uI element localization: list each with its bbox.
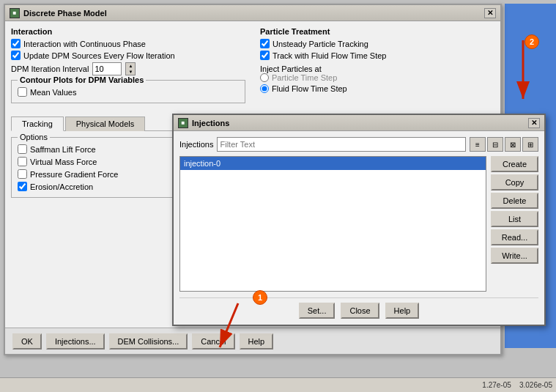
interaction-checkbox1[interactable] <box>11 39 21 48</box>
status-value1: 1.27e-05 <box>482 381 511 389</box>
particle-treatment-label: Particle Treatment <box>260 27 494 36</box>
injections-dialog: ■ Injections ✕ Injections ≡ ⊟ ⊠ ⊞ inject… <box>172 114 546 326</box>
create-button[interactable]: Create <box>491 156 538 172</box>
injections-titlebar: ■ Injections ✕ <box>174 115 544 131</box>
status-right: 1.27e-05 3.026e-05 <box>482 381 552 389</box>
dpm-titlebar: ■ Discrete Phase Model ✕ <box>5 5 500 21</box>
mean-values-label: Mean Values <box>30 88 76 97</box>
interaction-checkbox2[interactable] <box>11 51 21 60</box>
inj-titlebar-left: ■ Injections <box>178 118 229 128</box>
fluid-timestep-radio[interactable] <box>260 84 269 93</box>
interval-row: DPM Iteration Interval ▲ ▼ <box>11 62 245 75</box>
interaction-checkbox2-row: Update DPM Sources Every Flow Iteration <box>11 51 245 60</box>
track-fluid-checkbox[interactable] <box>260 51 270 60</box>
spinner-down[interactable]: ▼ <box>126 69 135 75</box>
filter-row: Injections ≡ ⊟ ⊠ ⊞ <box>179 137 538 152</box>
mean-values-checkbox[interactable] <box>18 87 27 97</box>
read-button[interactable]: Read... <box>491 229 538 245</box>
track-fluid-row: Track with Fluid Flow Time Step <box>260 51 494 60</box>
interaction-checkbox1-label: Interaction with Continuous Phase <box>23 40 146 48</box>
fluid-timestep-label: Fluid Flow Time Step <box>272 84 347 93</box>
interaction-checkbox2-label: Update DPM Sources Every Flow Iteration <box>23 51 175 60</box>
options-legend: Options <box>18 133 50 141</box>
unsteady-tracking-checkbox[interactable] <box>260 39 270 48</box>
interaction-section: Interaction Interaction with Continuous … <box>11 27 245 111</box>
filter-input[interactable] <box>217 137 466 152</box>
pressure-gradient-checkbox[interactable] <box>18 169 27 179</box>
list-button[interactable]: List <box>491 211 538 227</box>
filter-icons: ≡ ⊟ ⊠ ⊞ <box>470 137 538 152</box>
pressure-gradient-label: Pressure Gradient Force <box>30 170 118 179</box>
virtual-mass-label: Virtual Mass Force <box>30 158 97 166</box>
tab-physical-models[interactable]: Physical Models <box>65 117 145 131</box>
injections-side-buttons: Create Copy Delete List Read... Write... <box>491 156 538 292</box>
interval-spinner[interactable]: ▲ ▼ <box>125 62 136 75</box>
injections-title: Injections <box>192 119 229 127</box>
dem-collisions-button[interactable]: DEM Collisions... <box>109 333 188 350</box>
erosion-checkbox[interactable] <box>18 182 27 191</box>
saffman-checkbox[interactable] <box>18 144 27 154</box>
track-fluid-label: Track with Fluid Flow Time Step <box>273 51 386 60</box>
contour-section: Contour Plots for DPM Variables Mean Val… <box>11 80 245 103</box>
saffman-label: Saffman Lift Force <box>30 145 96 154</box>
dpm-window-title: Discrete Phase Model <box>23 9 107 18</box>
inj-window-icon: ■ <box>178 118 188 128</box>
titlebar-left: ■ Discrete Phase Model <box>10 8 107 18</box>
close-button[interactable]: Close <box>341 303 379 319</box>
particle-timestep-radio[interactable] <box>260 73 269 82</box>
copy-button[interactable]: Copy <box>491 174 538 191</box>
injections-button[interactable]: Injections... <box>46 333 105 350</box>
delete-button[interactable]: Delete <box>491 193 538 209</box>
injection-item-0[interactable]: injection-0 <box>180 157 486 170</box>
unsteady-tracking-label: Unsteady Particle Tracking <box>273 40 368 48</box>
top-sections: Interaction Interaction with Continuous … <box>11 27 494 111</box>
dpm-window-icon: ■ <box>10 8 20 18</box>
particle-timestep-row: Particle Time Step <box>260 73 494 82</box>
injections-content: Injections ≡ ⊟ ⊠ ⊞ injection-0 Create Co… <box>174 131 544 325</box>
filter-label: Injections <box>179 140 213 149</box>
injections-bottom-buttons: Set... Close Help <box>179 297 538 319</box>
fluid-flow-timestep-row: Fluid Flow Time Step <box>260 84 494 93</box>
inj-help-button[interactable]: Help <box>385 303 420 319</box>
cancel-button[interactable]: Cancel <box>192 333 234 350</box>
filter-icon-3[interactable]: ⊠ <box>505 137 521 152</box>
interaction-checkbox1-row: Interaction with Continuous Phase <box>11 39 245 48</box>
contour-legend: Contour Plots for DPM Variables <box>18 75 146 84</box>
filter-icon-4[interactable]: ⊞ <box>522 137 538 152</box>
dpm-bottom-bar: OK Injections... DEM Collisions... Cance… <box>5 328 500 354</box>
unsteady-tracking-row: Unsteady Particle Tracking <box>260 39 494 48</box>
filter-icon-2[interactable]: ⊟ <box>487 137 503 152</box>
virtual-mass-checkbox[interactable] <box>18 157 27 166</box>
status-bar: 1.27e-05 3.026e-05 <box>0 377 556 392</box>
injections-list[interactable]: injection-0 <box>179 156 486 292</box>
dpm-close-button[interactable]: ✕ <box>484 8 496 18</box>
interval-label: DPM Iteration Interval <box>11 64 89 73</box>
ok-button[interactable]: OK <box>12 333 42 350</box>
inject-label: Inject Particles at <box>260 64 494 73</box>
spinner-up[interactable]: ▲ <box>126 63 135 69</box>
interaction-label: Interaction <box>11 27 245 36</box>
set-button[interactable]: Set... <box>299 303 336 319</box>
status-value2: 3.026e-05 <box>519 381 552 389</box>
interval-input[interactable] <box>92 62 122 75</box>
particle-treatment-section: Particle Treatment Unsteady Particle Tra… <box>260 27 494 111</box>
particle-timestep-label: Particle Time Step <box>272 73 337 82</box>
tab-tracking[interactable]: Tracking <box>11 117 64 131</box>
dpm-help-button[interactable]: Help <box>240 333 274 350</box>
write-button[interactable]: Write... <box>491 248 538 264</box>
erosion-label: Erosion/Accretion <box>30 182 93 191</box>
filter-icon-1[interactable]: ≡ <box>470 137 486 152</box>
mean-values-row: Mean Values <box>18 87 239 97</box>
injections-close-button[interactable]: ✕ <box>528 118 540 128</box>
injections-main-area: injection-0 Create Copy Delete List Read… <box>179 156 538 292</box>
